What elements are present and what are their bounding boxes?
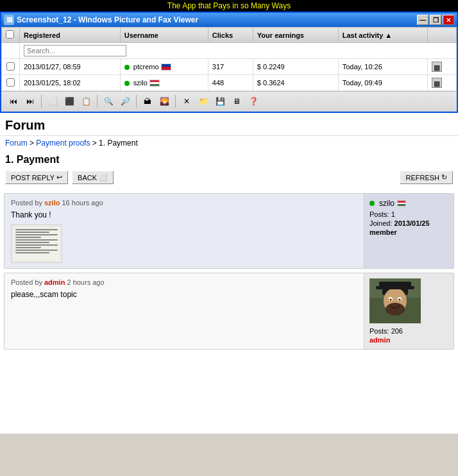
header-registered: Registered bbox=[20, 28, 121, 43]
post-2-author: admin bbox=[44, 278, 65, 286]
row1-registered: 2013/01/27, 08:59 bbox=[20, 59, 121, 75]
post-reply-button[interactable]: POST REPLY ↩ bbox=[5, 171, 68, 184]
row2-action: ▦ bbox=[428, 75, 457, 91]
row2-checkbox[interactable] bbox=[6, 78, 15, 87]
avatar-svg bbox=[369, 278, 421, 323]
flag-hu bbox=[149, 80, 160, 87]
online-dot bbox=[369, 201, 375, 206]
table-container: Registered Username Clicks Your earnings… bbox=[1, 27, 457, 112]
post-1-thumb-inner bbox=[12, 226, 61, 262]
post-2-posted-by: Posted by bbox=[11, 278, 44, 286]
table-row: 2013/01/25, 18:02 szilo 448 $ 0.3624 Tod… bbox=[2, 75, 457, 91]
close-button[interactable]: ✕ bbox=[443, 15, 454, 25]
flag-hu bbox=[397, 200, 406, 207]
post-1-sidebar-posts: Posts: 1 bbox=[369, 210, 448, 218]
copy-button[interactable]: ⬜ bbox=[46, 94, 60, 108]
post-2-time: 2 hours ago bbox=[67, 278, 104, 286]
banner: The App that Pays in so Many Ways bbox=[0, 0, 458, 12]
doc-line bbox=[15, 239, 58, 241]
minimize-button[interactable]: — bbox=[417, 15, 428, 25]
post-reply-label: POST REPLY bbox=[11, 174, 55, 182]
svg-point-8 bbox=[390, 299, 392, 301]
post-2-sidebar-posts: Posts: 206 bbox=[369, 327, 448, 335]
breadcrumb-payment-proofs[interactable]: Payment proofs bbox=[36, 139, 90, 148]
back-button[interactable]: BACK ⬜ bbox=[72, 171, 114, 184]
row2-checkbox-cell bbox=[2, 75, 20, 91]
header-last-activity[interactable]: Last activity ▲ bbox=[338, 28, 428, 43]
post-1-sidebar-role: member bbox=[369, 228, 448, 236]
breadcrumb: Forum > Payment proofs > 1. Payment bbox=[0, 136, 458, 150]
print-button[interactable]: 🖥 bbox=[230, 94, 244, 108]
doc-line bbox=[15, 244, 58, 246]
refresh-icon: ↻ bbox=[441, 173, 447, 182]
doc-line bbox=[15, 229, 58, 230]
page-heading: 1. Payment bbox=[0, 150, 458, 168]
post-1: Posted by szilo 16 hours ago Thank you ! bbox=[4, 193, 454, 269]
post-2-meta: Posted by admin 2 hours ago bbox=[11, 278, 357, 286]
forum-title: Forum bbox=[0, 113, 458, 136]
restore-button[interactable]: ❐ bbox=[430, 15, 441, 25]
post-2-sidebar: Posts: 206 admin bbox=[364, 273, 454, 349]
data-table: Registered Username Clicks Your earnings… bbox=[1, 27, 457, 91]
joined-label: Joined: bbox=[369, 219, 394, 227]
header-earnings: Your earnings bbox=[253, 28, 338, 43]
row2-view-button[interactable]: ▦ bbox=[432, 78, 442, 88]
header-action bbox=[428, 28, 457, 43]
post-1-thumbnail[interactable] bbox=[11, 225, 62, 263]
open-button[interactable]: 📁 bbox=[196, 94, 210, 108]
posts-label: Posts: bbox=[369, 327, 391, 335]
window: 🖼 Screenshot_12 - Windows Picture and Fa… bbox=[0, 12, 458, 113]
back-icon: ⬜ bbox=[99, 173, 108, 182]
separator bbox=[136, 95, 137, 108]
search-row bbox=[2, 43, 457, 59]
post-1-sidebar-username: szilo bbox=[369, 199, 448, 208]
svg-point-10 bbox=[386, 303, 405, 316]
row2-username: szilo bbox=[120, 75, 208, 91]
row1-checkbox[interactable] bbox=[6, 62, 15, 71]
paste-button[interactable]: ⬛ bbox=[62, 94, 76, 108]
save-button[interactable]: 💾 bbox=[213, 94, 227, 108]
post-1-posted-by: Posted by bbox=[11, 199, 44, 207]
last-button[interactable]: ⏭ bbox=[23, 94, 37, 108]
row2-earnings: $ 0.3624 bbox=[253, 75, 338, 91]
doc-lines bbox=[13, 226, 60, 257]
breadcrumb-forum[interactable]: Forum bbox=[5, 139, 28, 148]
header-checkbox bbox=[2, 28, 20, 43]
refresh-button[interactable]: REFRESH ↻ bbox=[400, 171, 453, 184]
zoom-out-button[interactable]: 🔎 bbox=[118, 94, 132, 108]
best-fit-button[interactable]: 🏔 bbox=[140, 94, 155, 108]
doc-line bbox=[15, 242, 49, 243]
action-bar: POST REPLY ↩ BACK ⬜ REFRESH ↻ bbox=[0, 168, 458, 189]
row1-view-button[interactable]: ▦ bbox=[432, 62, 442, 72]
select-all-checkbox[interactable] bbox=[6, 30, 14, 38]
post-2-body: please,,,scam topic bbox=[11, 290, 357, 299]
banner-text: The App that Pays in so Many Ways bbox=[167, 1, 291, 10]
search-input[interactable] bbox=[24, 45, 126, 56]
actual-size-button[interactable]: 🌄 bbox=[157, 94, 171, 108]
row2-last-activity: Today, 09:49 bbox=[338, 75, 428, 91]
back-label: BACK bbox=[78, 174, 97, 182]
post-2-avatar bbox=[369, 278, 421, 323]
help-button[interactable]: ❓ bbox=[246, 94, 260, 108]
delete-button[interactable]: ✕ bbox=[180, 94, 194, 108]
zoom-in-button[interactable]: 🔍 bbox=[101, 94, 115, 108]
posts-label: Posts: bbox=[369, 210, 391, 218]
action-left: POST REPLY ↩ BACK ⬜ bbox=[5, 171, 114, 184]
row1-action: ▦ bbox=[428, 59, 457, 75]
post-1-body: Thank you ! bbox=[11, 210, 357, 219]
row2-username-text: szilo bbox=[133, 79, 148, 87]
clipboard-button[interactable]: 📋 bbox=[79, 94, 93, 108]
table-row: 2013/01/27, 08:59 ptcremo 317 $ 0.2249 T… bbox=[2, 59, 457, 75]
row2-registered: 2013/01/25, 18:02 bbox=[20, 75, 121, 91]
doc-line bbox=[15, 250, 58, 251]
first-button[interactable]: ⏮ bbox=[6, 94, 21, 108]
row1-clicks: 317 bbox=[208, 59, 253, 75]
row1-earnings: $ 0.2249 bbox=[253, 59, 338, 75]
app-icon: 🖼 bbox=[4, 15, 14, 25]
doc-line bbox=[15, 232, 49, 233]
svg-rect-5 bbox=[376, 286, 414, 289]
row1-username-text: ptcremo bbox=[133, 63, 159, 71]
post-1-sidebar: szilo Posts: 1 Joined: 2013/01/25 member bbox=[364, 194, 454, 268]
titlebar: 🖼 Screenshot_12 - Windows Picture and Fa… bbox=[1, 13, 457, 27]
breadcrumb-current: 1. Payment bbox=[99, 139, 138, 148]
